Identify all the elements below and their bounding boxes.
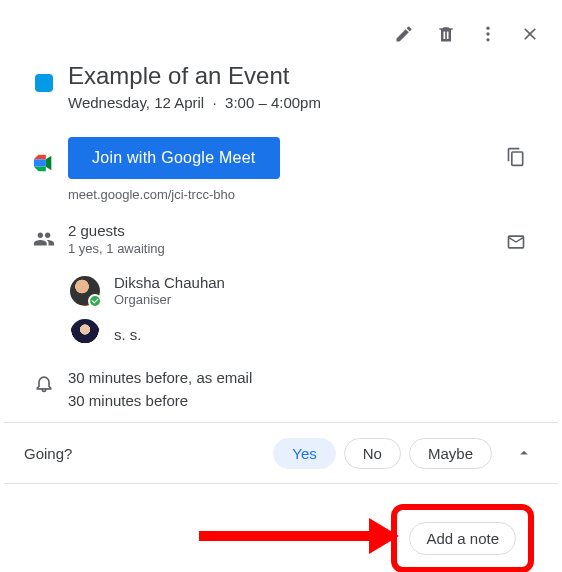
- guests-row: 2 guests 1 yes, 1 awaiting: [4, 218, 558, 266]
- event-detail-card: Example of an Event Wednesday, 12 April …: [0, 0, 562, 572]
- event-title: Example of an Event: [68, 62, 538, 90]
- guest-item-0[interactable]: Diksha Chauhan Organiser: [68, 266, 538, 311]
- rsvp-yes-button[interactable]: Yes: [273, 438, 335, 469]
- email-guests-button[interactable]: [496, 222, 536, 262]
- svg-point-0: [486, 27, 489, 30]
- annotation-highlight: Add a note: [391, 504, 534, 572]
- svg-point-1: [486, 32, 489, 35]
- trash-icon: [436, 24, 456, 44]
- guest-item-1[interactable]: s. s.: [68, 311, 538, 353]
- guest-name: Diksha Chauhan: [114, 274, 225, 291]
- chevron-up-icon: [515, 444, 533, 462]
- event-datetime: Wednesday, 12 April · 3:00 – 4:00pm: [68, 94, 538, 111]
- delete-button[interactable]: [426, 14, 466, 54]
- event-toolbar: [4, 8, 558, 58]
- bell-icon: [34, 373, 54, 393]
- guest-role: Organiser: [114, 292, 225, 307]
- edit-button[interactable]: [384, 14, 424, 54]
- guest-name: s. s.: [114, 326, 142, 343]
- close-icon: [520, 24, 540, 44]
- rsvp-yes-badge: [88, 294, 102, 308]
- rsvp-expand-toggle[interactable]: [506, 435, 542, 471]
- copy-meet-link-button[interactable]: [496, 137, 536, 177]
- avatar: [70, 276, 100, 306]
- rsvp-label: Going?: [24, 445, 265, 462]
- pencil-icon: [394, 24, 414, 44]
- guest-status-text: 1 yes, 1 awaiting: [68, 241, 494, 256]
- svg-point-2: [486, 38, 489, 41]
- rsvp-maybe-button[interactable]: Maybe: [409, 438, 492, 469]
- more-vertical-icon: [478, 24, 498, 44]
- add-note-area: Add a note: [4, 484, 558, 572]
- close-button[interactable]: [510, 14, 550, 54]
- google-meet-icon: [33, 153, 55, 173]
- rsvp-no-button[interactable]: No: [344, 438, 401, 469]
- meet-row: Join with Google Meet meet.google.com/jc…: [4, 133, 558, 206]
- event-color-swatch: [35, 74, 53, 92]
- notification-line-0: 30 minutes before, as email: [68, 367, 538, 390]
- options-button[interactable]: [468, 14, 508, 54]
- envelope-icon: [506, 232, 526, 252]
- guest-list: Diksha Chauhan Organiser s. s.: [4, 266, 558, 357]
- rsvp-row: Going? Yes No Maybe: [4, 423, 558, 484]
- notifications-row: 30 minutes before, as email 30 minutes b…: [4, 363, 558, 416]
- guests-icon: [33, 228, 55, 250]
- guest-count-text: 2 guests: [68, 222, 494, 239]
- annotation-arrow: [199, 518, 399, 554]
- copy-icon: [506, 147, 526, 167]
- title-row: Example of an Event Wednesday, 12 April …: [4, 58, 558, 115]
- meet-link-text: meet.google.com/jci-trcc-bho: [68, 187, 494, 202]
- add-note-button[interactable]: Add a note: [409, 522, 516, 555]
- join-meet-button[interactable]: Join with Google Meet: [68, 137, 280, 179]
- avatar: [70, 319, 100, 349]
- notification-line-1: 30 minutes before: [68, 390, 538, 413]
